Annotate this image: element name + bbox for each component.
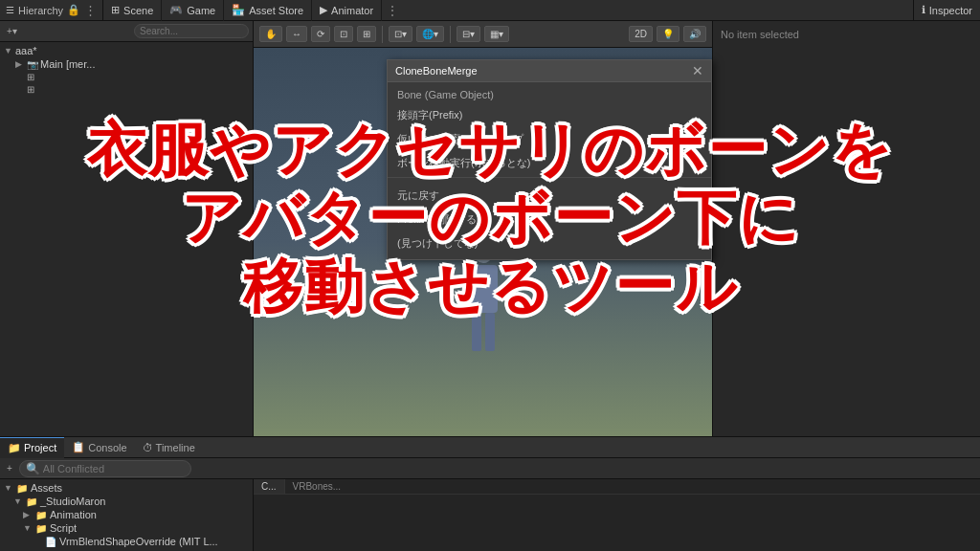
search-input[interactable] — [43, 463, 185, 474]
popup-delete-prefix-row[interactable]: Prefixを削除する — [388, 208, 711, 231]
file-item-vrmblend[interactable]: ▶ 📄 VrmBlendShapeOverride (MIT L... — [0, 535, 253, 548]
timeline-tab-icon: ⏱ — [143, 442, 153, 453]
popup-overlay: CloneBoneMerge ✕ Bone (Game Object) 接頭字(… — [387, 59, 712, 260]
figure-leg-left — [472, 313, 481, 351]
file-item-label: VrmBlendShapeOverride (MIT L... — [59, 536, 218, 547]
game-tab-icon: 🎮 — [169, 4, 183, 16]
file-item-assets[interactable]: ▼ 📁 Assets — [0, 481, 253, 495]
asset-store-tab-icon: 🏪 — [232, 4, 245, 16]
bottom-tab-console[interactable]: 📋 Console — [64, 437, 134, 458]
light-button[interactable]: 💡 — [657, 26, 679, 42]
bottom-tab-project[interactable]: 📁 Project — [0, 437, 64, 458]
popup-prefix-label: 接頭字(Prefix) — [397, 108, 462, 122]
rect-tool-button[interactable]: ⊞ — [357, 26, 376, 42]
hierarchy-toolbar: +▾ — [0, 21, 253, 42]
popup-prefix-row[interactable]: 接頭字(Prefix) — [388, 103, 711, 127]
search-icon: 🔍 — [26, 462, 40, 475]
bottom-toolbar: + 🔍 — [0, 458, 980, 479]
search-box: 🔍 — [19, 460, 191, 477]
project-add-button[interactable]: + — [4, 462, 15, 474]
inspector-icon: ℹ — [922, 4, 925, 16]
scene-tab-icon: ⊞ — [111, 4, 120, 16]
layers-button[interactable]: ▦▾ — [484, 26, 509, 42]
inspector-empty: No item selected — [713, 21, 980, 48]
hierarchy-search-input[interactable] — [134, 24, 249, 38]
toolbar-separator — [450, 26, 451, 43]
file-item-script[interactable]: ▼ 📁 Script — [0, 521, 253, 535]
scale-tool-button[interactable]: ⊡ — [334, 26, 353, 42]
tab-scene-label: Scene — [123, 5, 153, 16]
file-arrow: ▼ — [13, 496, 23, 506]
inspector-label: Inspector — [929, 5, 972, 16]
popup-undo-row[interactable]: 元に戻す — [388, 184, 711, 208]
file-arrow: ▶ — [23, 510, 33, 519]
tree-item-obj2[interactable]: ⊞ — [0, 83, 253, 96]
console-tab-icon: 📋 — [72, 441, 85, 453]
popup-execute-row[interactable]: ボーン移動実行(ボチっとな) — [388, 151, 711, 175]
tab-asset-store[interactable]: 🏪 Asset Store — [224, 0, 312, 21]
console-tab-label: Console — [88, 442, 126, 453]
tree-item-aaa[interactable]: ▼ aaa* — [0, 44, 253, 57]
file-item-label: Assets — [31, 482, 62, 494]
gameobject-icon: ⊞ — [27, 84, 34, 95]
popup-search-row[interactable]: (見つけ下してな) — [388, 231, 711, 255]
bottom-tab-timeline[interactable]: ⏱ Timeline — [135, 437, 203, 458]
tabs-more-button[interactable]: ⋮ — [382, 3, 403, 18]
hierarchy-icon: ☰ — [6, 5, 14, 15]
popup-section-separator — [388, 177, 711, 184]
tree-item-label: aaa* — [15, 45, 37, 56]
tab-animator[interactable]: ▶ Animator — [312, 0, 382, 21]
folder-icon: 📁 — [26, 496, 37, 507]
file-item-label: Animation — [50, 509, 97, 520]
bottom-tabs: 📁 Project 📋 Console ⏱ Timeline — [0, 437, 980, 458]
tab-scene[interactable]: ⊞ Scene — [103, 0, 162, 21]
folder-icon: 📁 — [35, 523, 47, 534]
tab-game[interactable]: 🎮 Game — [162, 0, 224, 21]
popup-close-button[interactable]: ✕ — [692, 64, 703, 77]
file-tree: ▼ 📁 Assets ▼ 📁 _StudioMaron ▶ 📁 Animatio… — [0, 479, 254, 551]
hierarchy-label: Hierarchy — [18, 5, 63, 16]
top-bar: ☰ Hierarchy 🔒 ⋮ ⊞ Scene 🎮 Game 🏪 Asset S… — [0, 0, 980, 21]
tree-item-main[interactable]: ▶ 📷 Main [mer... — [0, 57, 253, 71]
audio-button[interactable]: 🔊 — [683, 26, 706, 42]
timeline-tab-label: Timeline — [156, 442, 195, 453]
folder-icon: 📁 — [35, 510, 47, 520]
snap-button[interactable]: ⊟▾ — [457, 26, 480, 42]
file-item-label: _StudioMaron — [40, 496, 106, 507]
tab-animator-label: Animator — [331, 5, 373, 16]
popup-backup-label: 仮いので一応バックアップ — [397, 132, 523, 146]
popup-delete-prefix-label: Prefixを削除する — [397, 212, 477, 227]
figure-legs — [455, 313, 512, 351]
tree-item-obj1[interactable]: ⊞ — [0, 71, 253, 83]
gameobject-icon: ⊞ — [27, 72, 34, 82]
popup-backup-row[interactable]: 仮いので一応バックアップ — [388, 127, 711, 151]
file-item-label: Script — [50, 522, 77, 534]
popup-execute-label: ボーン移動実行(ボチっとな) — [397, 156, 530, 170]
inspector-panel: No item selected — [712, 21, 980, 436]
move-tool-button[interactable]: ↔ — [286, 26, 307, 42]
main-area: +▾ ▼ aaa* ▶ 📷 Main [mer... ⊞ ⊞ — [0, 21, 980, 436]
inspector-panel-title: ℹ Inspector — [913, 0, 980, 20]
file-item-studiomaron[interactable]: ▼ 📁 _StudioMaron — [0, 495, 253, 508]
scene-character — [455, 244, 512, 359]
twod-button[interactable]: 2D — [629, 26, 653, 42]
bottom-content: ▼ 📁 Assets ▼ 📁 _StudioMaron ▶ 📁 Animatio… — [0, 479, 980, 551]
hierarchy-panel-title: ☰ Hierarchy 🔒 ⋮ — [0, 0, 103, 20]
global-button[interactable]: 🌐▾ — [416, 26, 444, 42]
project-tab-icon: 📁 — [8, 442, 21, 454]
lock-icon[interactable]: 🔒 — [67, 4, 80, 16]
hierarchy-add-button[interactable]: +▾ — [4, 25, 20, 37]
tree-item-label: Main [mer... — [40, 58, 95, 70]
bottom-right-tab-c[interactable]: C... — [254, 479, 285, 494]
file-item-animation[interactable]: ▶ 📁 Animation — [0, 508, 253, 521]
rotate-tool-button[interactable]: ⟳ — [311, 26, 330, 42]
bottom-right-tab-vrbones[interactable]: VRBones... — [285, 479, 349, 494]
hand-tool-button[interactable]: ✋ — [259, 26, 282, 42]
bottom-area: 📁 Project 📋 Console ⏱ Timeline + 🔍 ▼ 📁 A… — [0, 436, 980, 551]
camera-icon: 📷 — [27, 59, 38, 70]
tab-game-label: Game — [187, 5, 215, 16]
figure-body — [469, 265, 498, 313]
more-icon[interactable]: ⋮ — [84, 3, 97, 17]
pivot-button[interactable]: ⊡▾ — [389, 26, 412, 42]
folder-icon: 📁 — [16, 483, 28, 494]
